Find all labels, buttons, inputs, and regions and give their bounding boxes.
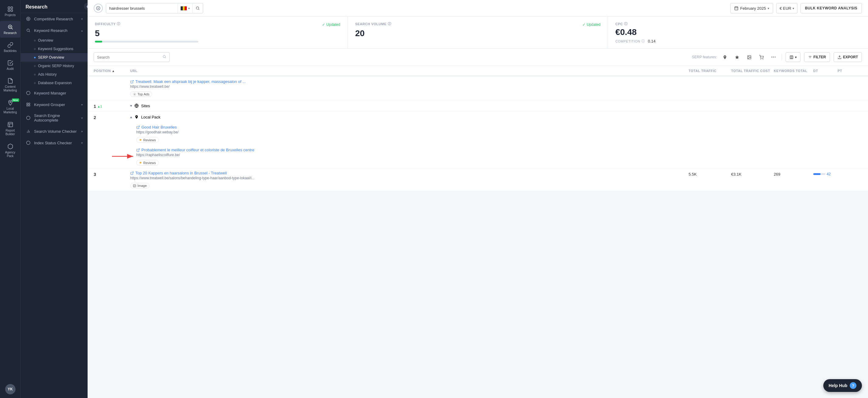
svg-rect-2 bbox=[8, 10, 10, 11]
date-label: February 2025 bbox=[740, 6, 766, 11]
th-position[interactable]: POSITION ▲ bbox=[94, 69, 130, 73]
sidebar-collapse-btn[interactable]: ❮ bbox=[84, 3, 88, 10]
position-3-number: 3 bbox=[94, 172, 96, 177]
nav-agency-pack[interactable]: AgencyPack bbox=[0, 140, 20, 161]
nav-report-builder[interactable]: ReportBuilder bbox=[0, 119, 20, 139]
sidebar-item-keyword-grouper[interactable]: Keyword Grouper ▾ bbox=[21, 99, 88, 110]
sidebar-sub-serp-overview[interactable]: SERP Overview bbox=[21, 53, 88, 62]
results-search-bar[interactable] bbox=[94, 52, 170, 62]
currency-button[interactable]: € EUR ▾ bbox=[776, 3, 797, 13]
keyword-research-label: Keyword Research bbox=[34, 28, 78, 33]
results-search-input[interactable] bbox=[94, 53, 159, 62]
svg-point-9 bbox=[27, 29, 29, 31]
svg-rect-13 bbox=[27, 105, 28, 106]
tag-reviews-good-hair: ★ Reviews bbox=[136, 137, 159, 143]
competitive-research-chevron: ▾ bbox=[81, 17, 83, 21]
sidebar-sub-ads-history[interactable]: Ads History bbox=[21, 70, 88, 79]
cpc-info-icon[interactable]: ⓘ bbox=[624, 22, 628, 26]
competition-info-icon[interactable]: ⓘ bbox=[642, 39, 645, 43]
svg-line-49 bbox=[132, 172, 133, 173]
country-chevron-icon: ▾ bbox=[188, 7, 190, 10]
row-3-url-cell: Top 20 Kappers en haarsalons in Brussel … bbox=[130, 171, 688, 188]
serp-overview-dot bbox=[34, 57, 36, 58]
row-3-link[interactable]: Top 20 Kappers en haarsalons in Brussel … bbox=[130, 171, 688, 175]
svg-rect-24 bbox=[735, 7, 738, 10]
position-1-number: 1 bbox=[94, 104, 96, 109]
svg-rect-0 bbox=[8, 7, 10, 9]
sidebar-item-index-status-checker[interactable]: Index Status Checker ▾ bbox=[21, 137, 88, 148]
organic-serp-history-dot bbox=[34, 65, 36, 67]
competitive-research-icon bbox=[26, 16, 31, 22]
nav-content-marketing[interactable]: ContentMarketing bbox=[0, 75, 20, 95]
sites-expand-btn[interactable]: ▾ Sites bbox=[130, 104, 862, 108]
filter-button[interactable]: FILTER bbox=[804, 52, 830, 62]
keyword-grouper-icon bbox=[26, 102, 31, 107]
sidebar-item-competitive-research[interactable]: Competitive Research ▾ bbox=[21, 13, 88, 25]
user-avatar[interactable]: YK bbox=[5, 384, 16, 394]
svg-point-23 bbox=[196, 7, 198, 9]
sidebar-sub-database-expansion[interactable]: Database Expansion bbox=[21, 79, 88, 87]
th-keywords-total: KEYWORDS TOTAL bbox=[774, 69, 813, 73]
good-hair-link[interactable]: Good Hair Bruxelles bbox=[136, 125, 862, 129]
svg-point-42 bbox=[134, 94, 135, 95]
sidebar-item-search-engine-autocomplete[interactable]: Search Engine Autocomplete ▾ bbox=[21, 110, 88, 126]
svg-point-15 bbox=[27, 116, 30, 120]
tag-image: Image bbox=[130, 183, 150, 188]
search-volume-check-icon: ✓ bbox=[582, 23, 585, 27]
help-hub-button[interactable]: Help Hub ? bbox=[823, 379, 862, 392]
sidebar-item-keyword-research[interactable]: Keyword Research ▴ bbox=[21, 25, 88, 36]
nav-backlinks[interactable]: Backlinks bbox=[0, 39, 20, 56]
keyword-input[interactable] bbox=[106, 3, 178, 13]
search-engine-autocomplete-chevron: ▾ bbox=[81, 117, 83, 120]
raphaeliscoiffure-link[interactable]: Probablement le meilleur coiffeur et col… bbox=[136, 148, 862, 152]
serp-image-icon-btn[interactable] bbox=[745, 53, 754, 61]
difficulty-info-icon[interactable]: ⓘ bbox=[117, 22, 120, 26]
competitive-research-label: Competitive Research bbox=[34, 17, 78, 21]
sidebar-item-search-volume-checker[interactable]: Search Volume Checker ▾ bbox=[21, 126, 88, 137]
country-flag-button[interactable]: ▾ bbox=[178, 3, 192, 13]
local-pack-label: Local Pack bbox=[141, 115, 161, 120]
difficulty-check-icon: ✓ bbox=[322, 23, 325, 27]
export-button[interactable]: EXPORT bbox=[834, 52, 862, 62]
search-engine-autocomplete-label: Search Engine Autocomplete bbox=[34, 113, 78, 123]
columns-chevron-icon: ▾ bbox=[795, 56, 797, 59]
sidebar-sub-overview[interactable]: Overview bbox=[21, 36, 88, 45]
search-volume-checker-chevron: ▾ bbox=[81, 130, 83, 133]
index-status-checker-icon bbox=[26, 140, 31, 145]
nav-projects[interactable]: Projects bbox=[0, 3, 20, 20]
local-pack-expand-btn[interactable]: ▴ Local Pack bbox=[130, 115, 862, 120]
ad-treatwell-link[interactable]: Treatwell: Maak een afspraak bij je kapp… bbox=[130, 79, 862, 84]
sidebar-sub-keyword-suggestions[interactable]: Keyword Suggestions bbox=[21, 45, 88, 53]
keyword-search-bar[interactable]: ▾ bbox=[106, 3, 203, 13]
serp-dollar-icon-btn[interactable] bbox=[757, 53, 766, 61]
nav-local-marketing[interactable]: LocalMarketing New bbox=[0, 97, 20, 117]
add-keyword-button[interactable] bbox=[94, 4, 103, 13]
search-button[interactable] bbox=[192, 3, 203, 13]
sites-icon bbox=[134, 104, 139, 108]
nav-audit[interactable]: Audit bbox=[0, 57, 20, 73]
toolbar-divider bbox=[782, 54, 782, 60]
svg-rect-11 bbox=[27, 103, 28, 104]
svg-line-48 bbox=[138, 148, 140, 151]
columns-button[interactable]: ▾ bbox=[785, 52, 801, 62]
th-dt: DT bbox=[813, 69, 838, 73]
keyword-research-icon bbox=[26, 28, 31, 33]
position-sort-icon: ▲ bbox=[112, 69, 115, 73]
row-3-pt bbox=[838, 171, 862, 172]
table-row-local-pack: 2 ▴ Local Pack Good Hair Bruxelles bbox=[88, 111, 868, 168]
sidebar-sub-organic-serp-history[interactable]: Organic SERP History bbox=[21, 62, 88, 70]
nav-research[interactable]: Research bbox=[0, 21, 20, 38]
svg-point-10 bbox=[27, 91, 30, 95]
serp-more-icon-btn[interactable]: ··· bbox=[770, 53, 778, 61]
tag-top-ads: Top Ads bbox=[130, 92, 152, 97]
bulk-keyword-analysis-button[interactable]: BULK KEYWORD ANALYSIS bbox=[801, 3, 862, 13]
serp-star-icon-btn[interactable] bbox=[733, 53, 742, 61]
search-volume-info-icon[interactable]: ⓘ bbox=[388, 22, 392, 26]
svg-marker-29 bbox=[735, 55, 739, 59]
svg-rect-12 bbox=[29, 103, 30, 104]
database-expansion-dot bbox=[34, 82, 36, 84]
serp-location-icon-btn[interactable] bbox=[721, 53, 729, 61]
date-picker-button[interactable]: February 2025 ▾ bbox=[730, 3, 773, 13]
sidebar-item-keyword-manager[interactable]: Keyword Manager bbox=[21, 87, 88, 99]
local-pack-item-good-hair: Good Hair Bruxelles https://goodhair.web… bbox=[88, 123, 868, 145]
